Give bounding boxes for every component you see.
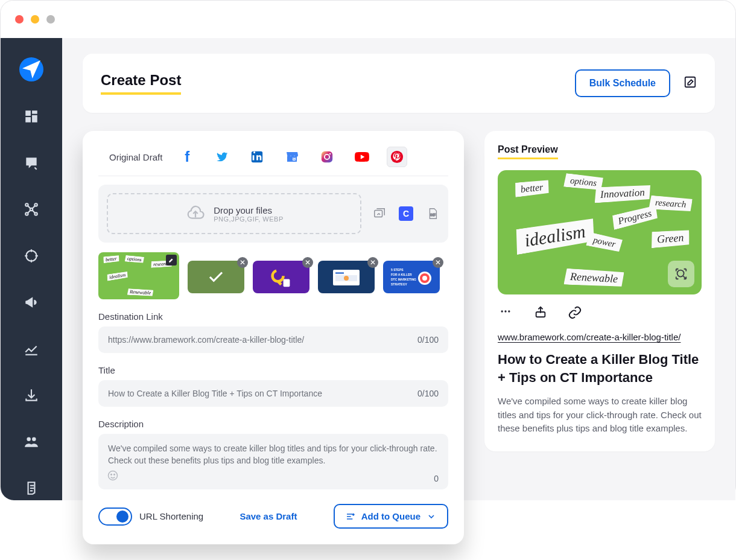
pinterest-tab-icon[interactable]: [387, 147, 407, 167]
svg-rect-1: [32, 110, 37, 113]
window-minimize-icon[interactable]: [31, 15, 39, 24]
dropzone[interactable]: Drop your files PNG,JPG,GIF, WEBP: [107, 193, 361, 234]
window-maximize-icon[interactable]: [46, 15, 55, 24]
linkedin-tab-icon[interactable]: [247, 147, 267, 167]
description-input[interactable]: [108, 442, 439, 481]
facebook-tab-icon[interactable]: f: [177, 147, 197, 167]
thumbnail-4[interactable]: ✕: [318, 261, 375, 293]
channel-tabs: Original Draft f G: [98, 147, 448, 176]
preview-headline: How to Create a Killer Blog Title + Tips…: [498, 351, 702, 386]
preview-actions: [498, 305, 702, 322]
sidebar-download-icon[interactable]: [19, 384, 43, 407]
description-counter: 0: [434, 474, 439, 483]
sidebar-team-icon[interactable]: [19, 430, 43, 454]
title-input[interactable]: [108, 389, 410, 398]
more-options-icon[interactable]: [498, 305, 513, 322]
svg-point-40: [501, 310, 503, 312]
edit-layout-icon[interactable]: [684, 75, 697, 91]
title-counter: 0/100: [417, 389, 439, 398]
svg-text:DTC MARKETING: DTC MARKETING: [391, 278, 416, 281]
svg-rect-3: [25, 117, 31, 122]
remove-thumbnail-icon[interactable]: ✕: [433, 257, 443, 268]
thumbnail-1[interactable]: better options research idealism Renewab…: [98, 252, 179, 299]
youtube-tab-icon[interactable]: [352, 147, 372, 167]
svg-point-36: [109, 471, 118, 480]
sidebar-compose-icon[interactable]: [19, 151, 43, 174]
share-icon[interactable]: [534, 305, 547, 322]
thumbnail-2[interactable]: ✕: [188, 261, 244, 293]
post-preview-panel: Post Preview better options Innovation r…: [484, 131, 715, 451]
bulk-schedule-button[interactable]: Bulk Schedule: [575, 69, 670, 97]
sidebar-target-icon[interactable]: [19, 244, 43, 267]
svg-rect-12: [685, 77, 696, 88]
sidebar-megaphone-icon[interactable]: [19, 290, 43, 314]
instagram-tab-icon[interactable]: [317, 147, 337, 167]
remove-thumbnail-icon[interactable]: ✕: [237, 257, 248, 268]
dropzone-subtitle: PNG,JPG,GIF, WEBP: [214, 215, 283, 223]
svg-text:FOR A KILLER: FOR A KILLER: [391, 273, 412, 276]
sidebar-analytics-icon[interactable]: [19, 337, 43, 361]
window-titlebar: [1, 1, 735, 38]
remove-thumbnail-icon[interactable]: ✕: [367, 257, 378, 268]
app-logo-icon[interactable]: [19, 57, 43, 81]
preview-url[interactable]: www.bramework.com/create-a-killer-blog-t…: [498, 332, 702, 342]
title-field[interactable]: 0/100: [98, 380, 448, 407]
add-to-queue-button[interactable]: Add to Queue: [334, 504, 448, 529]
dropzone-title: Drop your files: [214, 205, 283, 215]
svg-rect-17: [322, 151, 332, 162]
destination-counter: 0/100: [417, 335, 439, 345]
window-close-icon[interactable]: [15, 15, 24, 24]
toggle-label: URL Shortening: [139, 511, 203, 521]
destination-link-input[interactable]: [108, 335, 410, 345]
save-as-draft-button[interactable]: Save as Draft: [240, 511, 297, 521]
svg-point-10: [27, 438, 31, 442]
destination-link-label: Destination Link: [98, 311, 448, 322]
twitter-tab-icon[interactable]: [212, 147, 232, 167]
toggle-switch[interactable]: [98, 508, 132, 526]
canva-icon[interactable]: C: [399, 206, 413, 221]
svg-point-38: [114, 474, 115, 476]
tab-original-draft[interactable]: Original Draft: [109, 152, 162, 162]
description-field[interactable]: 0: [98, 434, 448, 489]
link-icon[interactable]: [568, 305, 582, 322]
media-upload-row: Drop your files PNG,JPG,GIF, WEBP C GIF: [98, 185, 448, 243]
edit-thumbnail-icon[interactable]: [166, 255, 177, 266]
destination-link-field[interactable]: 0/100: [98, 326, 448, 353]
app-window: Create Post Bulk Schedule Original Draft…: [0, 0, 736, 500]
svg-text:G: G: [293, 157, 296, 161]
media-library-icon[interactable]: [372, 206, 387, 221]
header-card: Create Post Bulk Schedule: [83, 54, 715, 113]
zoom-preview-icon[interactable]: [668, 261, 694, 287]
content-area: Create Post Bulk Schedule Original Draft…: [62, 38, 735, 500]
svg-text:5 STEPS: 5 STEPS: [391, 268, 404, 272]
svg-point-35: [422, 276, 427, 281]
emoji-picker-icon[interactable]: [107, 469, 119, 483]
remove-thumbnail-icon[interactable]: ✕: [302, 257, 313, 268]
svg-point-23: [273, 270, 284, 281]
preview-image: better options Innovation research ideal…: [498, 170, 702, 294]
svg-text:GIF: GIF: [430, 213, 436, 217]
sidebar-dashboard-icon[interactable]: [19, 104, 43, 128]
gif-icon[interactable]: GIF: [425, 206, 440, 221]
thumbnail-5[interactable]: 5 STEPSFOR A KILLERDTC MARKETINGSTRATEGY…: [383, 261, 440, 293]
url-shortening-toggle[interactable]: URL Shortening: [98, 508, 203, 526]
upload-tools: C GIF: [372, 206, 440, 221]
app-body: Create Post Bulk Schedule Original Draft…: [1, 38, 735, 500]
header-actions: Bulk Schedule: [575, 69, 697, 97]
queue-button-label: Add to Queue: [361, 511, 420, 521]
thumbnail-3[interactable]: ✕: [253, 261, 309, 293]
chevron-down-icon: [427, 512, 436, 521]
svg-point-37: [111, 474, 112, 476]
svg-point-11: [32, 438, 36, 442]
post-editor: Original Draft f G: [83, 131, 464, 544]
sidebar-network-icon[interactable]: [19, 197, 43, 221]
description-label: Description: [98, 419, 448, 429]
sidebar-document-icon[interactable]: [19, 477, 43, 500]
svg-rect-0: [25, 110, 31, 116]
svg-rect-2: [32, 115, 37, 122]
svg-point-9: [26, 250, 36, 261]
media-thumbnails: better options research idealism Renewab…: [98, 252, 448, 299]
google-business-tab-icon[interactable]: G: [282, 147, 302, 167]
page-title: Create Post: [101, 72, 181, 95]
title-label: Title: [98, 365, 448, 375]
